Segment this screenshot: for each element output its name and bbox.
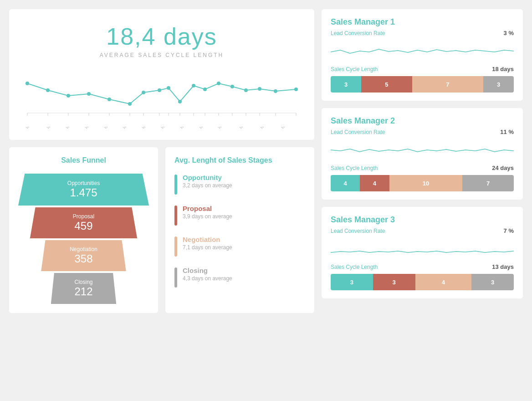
manager-1-seg-0: 3 [331, 76, 361, 93]
x-label-9: W 9 2016 [199, 127, 213, 130]
manager-1-scl-value: 18 days [492, 66, 514, 72]
x-label-5: W 5 2016 [122, 127, 137, 130]
svg-point-8 [158, 88, 161, 92]
funnel-step-2-value: 358 [74, 252, 92, 265]
manager-3-scl-row: Sales Cycle Length 13 days [331, 263, 514, 270]
manager-3-seg-2: 4 [415, 274, 472, 290]
funnel-title: Sales Funnel [18, 156, 149, 165]
stage-indicator-2 [174, 236, 177, 257]
stage-info-1: Proposal 3,9 days on average [183, 205, 232, 220]
manager-1-card: Sales Manager 1 Lead Conversion Rate 3 %… [322, 9, 523, 101]
avg-cycle-card: 18,4 days AVERAGE SALES CYCLE LENGTH [9, 9, 314, 140]
stage-sub-3: 4,3 days on average [183, 275, 232, 282]
x-label-4: W 4 2016 [103, 127, 118, 130]
stage-indicator-3 [174, 267, 177, 288]
svg-point-6 [128, 102, 132, 106]
funnel-step-1-label: Proposal [73, 213, 94, 220]
stage-name-3: Closing [183, 267, 232, 274]
manager-1-sparkline [331, 42, 514, 60]
manager-2-card: Sales Manager 2 Lead Conversion Rate 11 … [322, 108, 523, 200]
svg-point-17 [274, 89, 277, 93]
manager-2-seg-2: 10 [389, 175, 463, 191]
manager-1-title: Sales Manager 1 [331, 17, 514, 27]
stage-info-0: Opportunity 3,2 days on average [183, 174, 232, 189]
stage-indicator-1 [174, 206, 177, 226]
svg-point-7 [142, 91, 145, 94]
svg-point-2 [46, 88, 50, 92]
manager-3-card: Sales Manager 3 Lead Conversion Rate 7 %… [322, 207, 523, 298]
stage-item-1: Proposal 3,9 days on average [174, 205, 305, 226]
svg-point-1 [26, 82, 29, 85]
manager-2-seg-3: 7 [462, 175, 514, 191]
svg-point-18 [294, 87, 298, 91]
funnel-step-2: Negotiation 358 [41, 240, 126, 271]
manager-3-lcr-value: 7 % [504, 227, 514, 234]
stage-sub-0: 3,2 days on average [183, 182, 232, 189]
manager-3-seg-1: 3 [373, 274, 415, 290]
svg-point-15 [244, 88, 248, 92]
manager-1-scl-row: Sales Cycle Length 18 days [331, 66, 514, 72]
x-label-6: W 6 2016 [141, 127, 156, 130]
avg-length-title: Avg. Lenght of Sales Stages [174, 156, 305, 165]
svg-point-12 [203, 87, 207, 91]
x-label-1: W 1 2016 [46, 127, 61, 130]
manager-2-sparkline [331, 141, 514, 159]
x-label-7: W 7 2016 [160, 127, 175, 130]
stage-name-0: Opportunity [183, 174, 232, 181]
svg-point-10 [178, 100, 182, 103]
stage-name-1: Proposal [183, 205, 232, 212]
x-label-10: W 10 2016 [217, 127, 233, 130]
stage-sub-2: 7,1 days on average [183, 244, 232, 251]
manager-2-seg-1: 4 [360, 175, 389, 191]
manager-1-seg-1: 5 [361, 76, 412, 93]
manager-1-seg-2: 7 [412, 76, 483, 93]
avg-length-card: Avg. Lenght of Sales Stages Opportunity … [165, 147, 314, 313]
manager-2-scl-label: Sales Cycle Length [331, 165, 378, 171]
funnel-step-1: Proposal 459 [30, 207, 137, 238]
manager-3-segment-bar: 3 3 4 3 [331, 274, 514, 290]
svg-point-16 [258, 87, 261, 91]
svg-point-3 [66, 94, 70, 98]
funnel-step-3: Closing 212 [51, 273, 117, 304]
stage-item-0: Opportunity 3,2 days on average [174, 174, 305, 195]
manager-3-seg-3: 3 [471, 274, 514, 290]
manager-2-scl-value: 24 days [492, 165, 514, 171]
x-label-13: W 13 2016 [281, 127, 297, 130]
svg-point-14 [230, 85, 234, 88]
stage-item-2: Negotiation 7,1 days on average [174, 236, 305, 257]
svg-point-11 [192, 84, 195, 87]
manager-1-seg-3: 3 [483, 76, 514, 93]
x-label-11: W 11 2016 [239, 127, 255, 130]
avg-days-label: AVERAGE SALES CYCLE LENGTH [23, 52, 301, 58]
funnel-step-2-label: Negotiation [70, 246, 97, 252]
x-label-8: W 8 2016 [179, 127, 194, 130]
manager-2-title: Sales Manager 2 [331, 116, 514, 126]
svg-point-5 [107, 98, 111, 101]
manager-1-segment-bar: 3 5 7 3 [331, 76, 514, 93]
funnel-step-0: Opportunities 1.475 [18, 174, 149, 206]
manager-2-lcr-value: 11 % [500, 129, 514, 135]
manager-2-seg-0: 4 [331, 175, 360, 191]
manager-3-lcr-label: Lead Conversion Rate [331, 228, 385, 234]
sales-funnel-card: Sales Funnel Opportunities 1.475 Proposa… [9, 147, 158, 313]
funnel-step-0-value: 1.475 [70, 186, 97, 199]
manager-3-scl-value: 13 days [492, 263, 514, 270]
manager-3-sparkline [331, 240, 514, 258]
managers-panel: Sales Manager 1 Lead Conversion Rate 3 %… [322, 9, 523, 313]
manager-1-lcr-value: 3 % [504, 30, 514, 36]
stage-item-3: Closing 4,3 days on average [174, 267, 305, 288]
stage-info-2: Negotiation 7,1 days on average [183, 236, 232, 251]
manager-2-lcr-label: Lead Conversion Rate [331, 129, 385, 135]
x-label-3: W 3 2016 [84, 127, 99, 130]
manager-1-lcr-row: Lead Conversion Rate 3 % [331, 30, 514, 36]
svg-point-9 [167, 86, 170, 90]
x-label-12: W 12 2016 [260, 127, 276, 130]
svg-point-4 [87, 92, 91, 96]
manager-3-lcr-row: Lead Conversion Rate 7 % [331, 227, 514, 234]
manager-1-scl-label: Sales Cycle Length [331, 66, 378, 72]
x-label-2: W 2 2016 [65, 127, 80, 130]
manager-2-scl-row: Sales Cycle Length 24 days [331, 165, 514, 171]
stage-indicator-0 [174, 175, 177, 195]
funnel-step-0-label: Opportunities [67, 180, 100, 186]
main-sparkline [23, 67, 301, 127]
